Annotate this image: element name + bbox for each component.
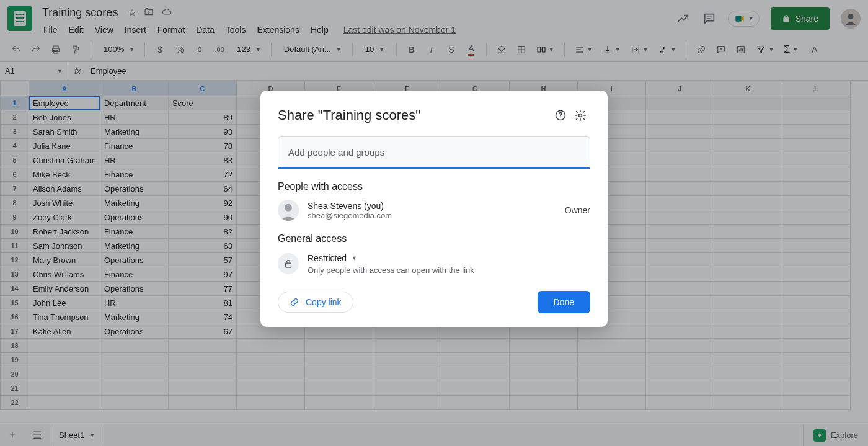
people-with-access-heading: People with access (278, 181, 590, 192)
done-button[interactable]: Done (538, 291, 590, 313)
dialog-title: Share "Training scores" (278, 107, 551, 123)
help-icon[interactable] (551, 105, 570, 125)
general-access-heading: General access (278, 233, 590, 244)
person-name: Shea Stevens (you) (308, 201, 556, 211)
svg-point-12 (285, 204, 292, 212)
person-email: shea@siegemedia.com (308, 211, 556, 220)
share-dialog: Share "Training scores" Add people and g… (260, 91, 608, 327)
svg-point-9 (560, 118, 560, 118)
person-role: Owner (565, 205, 590, 215)
access-level-label: Restricted (308, 253, 347, 263)
person-row: Shea Stevens (you) shea@siegemedia.com O… (278, 200, 590, 221)
access-level-dropdown[interactable]: Restricted ▼ (308, 253, 474, 263)
settings-icon[interactable] (570, 105, 590, 125)
access-level-description: Only people with access can open with th… (308, 265, 474, 275)
svg-rect-13 (286, 263, 291, 267)
modal-scrim[interactable]: Share "Training scores" Add people and g… (0, 0, 868, 446)
copy-link-label: Copy link (306, 297, 342, 307)
done-button-label: Done (554, 297, 574, 307)
lock-icon (278, 253, 299, 274)
svg-point-10 (579, 114, 582, 117)
copy-link-button[interactable]: Copy link (278, 292, 353, 313)
add-people-placeholder: Add people and groups (288, 147, 384, 158)
add-people-input[interactable]: Add people and groups (278, 136, 590, 169)
person-avatar (278, 200, 299, 221)
